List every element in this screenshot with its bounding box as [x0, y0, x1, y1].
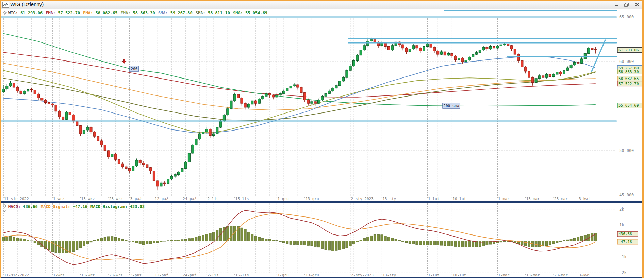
macd-hist-bar	[374, 234, 376, 241]
candle-body	[30, 90, 33, 90]
legend-item: WIG: 61 293.06	[8, 11, 43, 15]
macd-hist-bar	[79, 241, 82, 248]
macd-hist-bar	[412, 241, 415, 244]
candle-body	[360, 50, 362, 55]
window-bottom-border	[1, 277, 642, 278]
axis-date-label: 3-paź	[130, 197, 142, 201]
macd-hist-bar	[447, 241, 450, 246]
candle-body	[479, 50, 481, 53]
candle-body	[363, 46, 365, 50]
axis-date-label: 1-wrz	[53, 197, 64, 201]
legend-item: EMA: 57 522.70	[46, 11, 80, 15]
price-tag-text: 61 293.06	[618, 48, 639, 52]
legend-value: 55 054.69	[245, 11, 267, 15]
macd-hist-bar	[93, 241, 96, 241]
panel-divider[interactable]	[1, 201, 642, 203]
macd-hist-bar	[482, 241, 485, 246]
axis-date-label: 11-sie-2022	[4, 197, 29, 201]
candle-body	[241, 98, 243, 103]
candle-body	[507, 44, 509, 46]
candle-body	[44, 100, 47, 103]
candle-body	[447, 53, 450, 55]
chart-canvas[interactable]: 65 00060 00055 00050 00045 0002k1k0k-1k-…	[1, 1, 642, 278]
macd-hist-bar	[486, 241, 488, 245]
macd-hist-bar	[370, 236, 373, 241]
macd-hist-bar	[90, 241, 92, 242]
macd-hist-bar	[349, 241, 351, 246]
candle-body	[237, 94, 240, 98]
legend-label: SMA:	[233, 11, 245, 15]
candle-body	[549, 74, 551, 77]
legend-label: MACD:	[8, 204, 23, 209]
candle-body	[65, 112, 68, 119]
macd-hist-bar	[213, 232, 215, 241]
window-titlebar[interactable]: WIG (Dzienny)	[1, 1, 642, 9]
candle-body	[93, 132, 96, 136]
price-tag-text: 55 054.69	[618, 103, 639, 108]
legend-item: SMA: 55 054.69	[233, 11, 267, 15]
macd-hist-bar	[559, 241, 562, 241]
candle-body	[139, 160, 141, 163]
candle-body	[423, 46, 425, 51]
candle-body	[580, 59, 583, 63]
close-button[interactable]	[633, 2, 640, 7]
macd-hist-bar	[335, 241, 337, 250]
candle-body	[198, 134, 201, 139]
candle-body	[97, 136, 99, 141]
candle-body	[489, 46, 492, 49]
candle-body	[149, 168, 152, 171]
macd-tag-text: -47.16	[618, 240, 632, 244]
macd-hist-bar	[139, 241, 141, 244]
macd-hist-bar	[311, 241, 313, 246]
candle-body	[181, 168, 183, 172]
macd-hist-bar	[440, 241, 443, 245]
candle-body	[58, 111, 61, 117]
candle-body	[531, 77, 534, 82]
macd-hist-bar	[149, 241, 152, 244]
candle-body	[272, 95, 275, 97]
candle-body	[535, 79, 537, 83]
candle-body	[205, 129, 208, 132]
candle-body	[132, 166, 134, 171]
candle-body	[202, 132, 204, 134]
candle-body	[475, 53, 478, 54]
candle-body	[76, 121, 78, 126]
candle-body	[251, 101, 253, 104]
restore-button[interactable]	[623, 2, 630, 7]
macd-hist-bar	[251, 234, 253, 241]
macd-hist-bar	[451, 241, 453, 246]
candle-body	[353, 60, 355, 66]
candle-body	[86, 127, 89, 130]
window-controls	[613, 2, 640, 7]
macd-hist-bar	[419, 241, 422, 245]
price-tag-text: 57 522.70	[618, 82, 639, 86]
legend-label: EMA:	[83, 11, 95, 15]
candle-body	[108, 151, 110, 157]
candle-body	[90, 127, 92, 132]
candle-body	[276, 95, 278, 97]
macd-tag-text: 436.66	[618, 232, 632, 236]
candle-body	[486, 47, 488, 49]
candle-body	[16, 87, 19, 91]
candle-body	[556, 72, 558, 74]
candle-body	[79, 126, 82, 134]
candle-body	[451, 53, 453, 56]
candle-body	[248, 104, 250, 107]
legend-label: MACD Histogram:	[90, 204, 130, 209]
candle-body	[419, 48, 422, 51]
macd-hist-bar	[195, 237, 197, 241]
macd-hist-bar	[437, 241, 439, 245]
candle-body	[444, 52, 446, 55]
macd-hist-bar	[167, 241, 169, 241]
macd-hist-bar	[346, 241, 348, 248]
macd-hist-bar	[286, 241, 288, 243]
macd-hist-bar	[114, 237, 117, 241]
macd-hist-bar	[423, 241, 425, 245]
legend-value: 57 522.70	[58, 11, 80, 15]
macd-hist-bar	[153, 241, 155, 243]
minimize-button[interactable]	[613, 2, 620, 7]
candle-body	[143, 163, 145, 165]
macd-hist-bar	[433, 241, 435, 245]
macd-hist-bar	[202, 235, 204, 241]
candle-body	[111, 154, 113, 157]
